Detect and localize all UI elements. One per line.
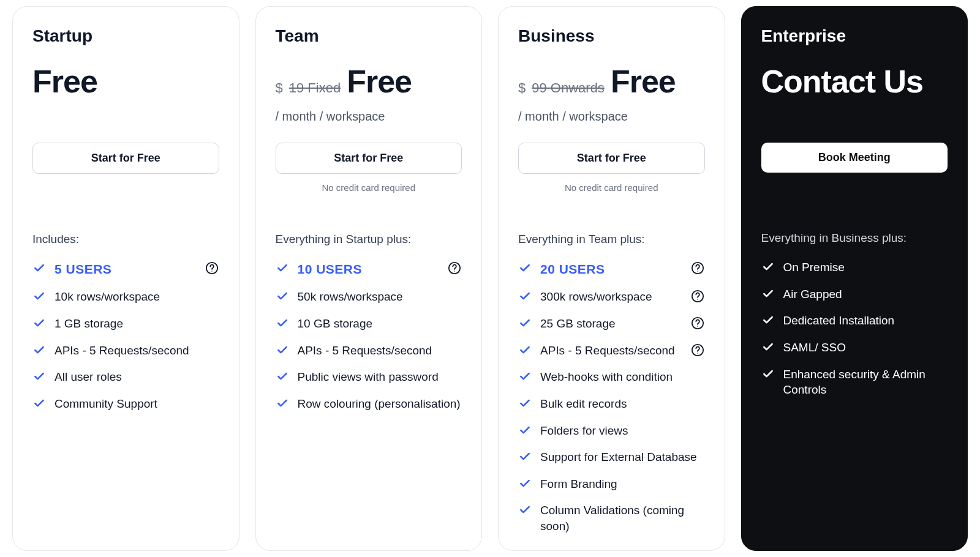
feature-label: APIs - 5 Requests/second bbox=[298, 343, 462, 359]
feature-list: On PremiseAir GappedDedicated Installati… bbox=[761, 260, 948, 398]
feature-label: 20 USERS bbox=[540, 261, 682, 278]
help-icon[interactable] bbox=[447, 261, 462, 275]
feature-label: APIs - 5 Requests/second bbox=[55, 343, 219, 359]
feature-item: Support for External Database bbox=[518, 449, 705, 465]
check-icon bbox=[276, 343, 289, 357]
check-icon bbox=[518, 503, 532, 517]
price-row: Free bbox=[32, 63, 219, 101]
feature-item: 1 GB storage bbox=[32, 316, 219, 332]
feature-item: APIs - 5 Requests/second bbox=[32, 343, 219, 359]
plan-name: Startup bbox=[32, 26, 219, 46]
check-icon bbox=[276, 261, 289, 275]
feature-item: Community Support bbox=[32, 396, 219, 412]
feature-item: SAML/ SSO bbox=[761, 340, 948, 356]
start-for-free-button[interactable]: Start for Free bbox=[518, 143, 705, 174]
feature-item: Folders for views bbox=[518, 423, 705, 439]
svg-point-3 bbox=[454, 271, 454, 271]
feature-label: APIs - 5 Requests/second bbox=[540, 343, 682, 359]
feature-label: Row colouring (personalisation) bbox=[298, 396, 462, 412]
check-icon bbox=[761, 313, 775, 327]
feature-item: 5 USERS bbox=[32, 261, 219, 278]
feature-label: Enhanced security & Admin Controls bbox=[783, 367, 948, 398]
check-icon bbox=[518, 290, 532, 303]
help-icon[interactable] bbox=[690, 316, 705, 331]
check-icon bbox=[276, 290, 289, 303]
feature-label: All user roles bbox=[55, 369, 219, 385]
feature-list: 10 USERS50k rows/workspace10 GB storageA… bbox=[276, 261, 462, 412]
feature-item: Air Gapped bbox=[761, 286, 948, 302]
check-icon bbox=[761, 260, 775, 274]
feature-item: All user roles bbox=[32, 369, 219, 385]
check-icon bbox=[761, 367, 775, 381]
feature-label: Air Gapped bbox=[783, 286, 948, 302]
feature-label: 5 USERS bbox=[55, 261, 196, 278]
feature-item: APIs - 5 Requests/second bbox=[276, 343, 462, 359]
check-icon bbox=[761, 340, 775, 354]
feature-label: Bulk edit records bbox=[540, 396, 705, 412]
check-icon bbox=[518, 450, 532, 463]
feature-item: Web-hooks with condition bbox=[518, 369, 705, 385]
feature-item: Form Branding bbox=[518, 476, 705, 492]
help-icon[interactable] bbox=[690, 343, 705, 357]
feature-item: 25 GB storage bbox=[518, 316, 705, 332]
feature-list: 20 USERS300k rows/workspace25 GB storage… bbox=[518, 261, 705, 534]
svg-point-5 bbox=[697, 271, 698, 271]
plan-name: Team bbox=[276, 26, 462, 46]
check-icon bbox=[276, 316, 289, 330]
price-value: Free bbox=[611, 63, 676, 100]
feature-item: On Premise bbox=[761, 260, 948, 275]
price-value: Free bbox=[347, 63, 412, 100]
feature-label: 10k rows/workspace bbox=[55, 289, 219, 305]
feature-item: Enhanced security & Admin Controls bbox=[761, 367, 948, 398]
help-icon[interactable] bbox=[690, 261, 705, 275]
currency-symbol: $ bbox=[276, 80, 283, 96]
check-icon bbox=[761, 287, 775, 301]
cta-subnote bbox=[761, 181, 948, 193]
check-icon bbox=[518, 343, 532, 357]
cta-subnote bbox=[32, 182, 219, 195]
original-price: 99 Onwards bbox=[532, 80, 605, 96]
feature-item: Row colouring (personalisation) bbox=[276, 396, 462, 412]
feature-label: Public views with password bbox=[298, 369, 462, 385]
feature-label: 1 GB storage bbox=[55, 316, 219, 332]
plan-card-enterprise: EnterpriseContact UsBook MeetingEverythi… bbox=[741, 6, 968, 551]
check-icon bbox=[32, 343, 46, 357]
feature-item: 10 GB storage bbox=[276, 316, 462, 332]
feature-label: Web-hooks with condition bbox=[540, 369, 705, 385]
feature-item: Public views with password bbox=[276, 369, 462, 385]
price-value: Free bbox=[32, 63, 97, 100]
feature-item: APIs - 5 Requests/second bbox=[518, 343, 705, 359]
check-icon bbox=[32, 290, 46, 303]
feature-item: Dedicated Installation bbox=[761, 313, 948, 329]
feature-label: 10 GB storage bbox=[298, 316, 462, 332]
check-icon bbox=[518, 316, 532, 330]
start-for-free-button[interactable]: Start for Free bbox=[276, 143, 462, 174]
check-icon bbox=[518, 424, 532, 437]
help-icon[interactable] bbox=[205, 261, 219, 275]
feature-item: 10k rows/workspace bbox=[32, 289, 219, 305]
plan-name: Enterprise bbox=[761, 26, 948, 46]
includes-heading: Everything in Team plus: bbox=[518, 233, 705, 246]
currency-symbol: $ bbox=[518, 80, 526, 96]
feature-label: Form Branding bbox=[540, 476, 705, 492]
feature-label: 10 USERS bbox=[298, 261, 439, 278]
feature-label: SAML/ SSO bbox=[783, 340, 948, 356]
plan-card-business: Business$99 OnwardsFree/ month / workspa… bbox=[498, 6, 725, 551]
start-for-free-button[interactable]: Start for Free bbox=[32, 143, 219, 174]
plan-card-startup: StartupFreeStart for FreeIncludes:5 USER… bbox=[12, 6, 239, 551]
includes-heading: Everything in Startup plus: bbox=[276, 233, 462, 246]
check-icon bbox=[276, 397, 289, 410]
includes-heading: Everything in Business plus: bbox=[761, 231, 948, 245]
feature-label: On Premise bbox=[783, 260, 948, 275]
feature-label: Support for External Database bbox=[540, 449, 705, 465]
svg-point-7 bbox=[697, 299, 698, 300]
cta-subnote: No credit card required bbox=[276, 182, 462, 195]
plan-card-team: Team$19 FixedFree/ month / workspaceStar… bbox=[255, 6, 483, 551]
plan-name: Business bbox=[518, 26, 705, 46]
check-icon bbox=[32, 261, 46, 275]
feature-item: 300k rows/workspace bbox=[518, 289, 705, 305]
help-icon[interactable] bbox=[690, 289, 705, 304]
feature-item: 20 USERS bbox=[518, 261, 705, 278]
check-icon bbox=[32, 370, 46, 383]
book-meeting-button[interactable]: Book Meeting bbox=[761, 143, 948, 173]
